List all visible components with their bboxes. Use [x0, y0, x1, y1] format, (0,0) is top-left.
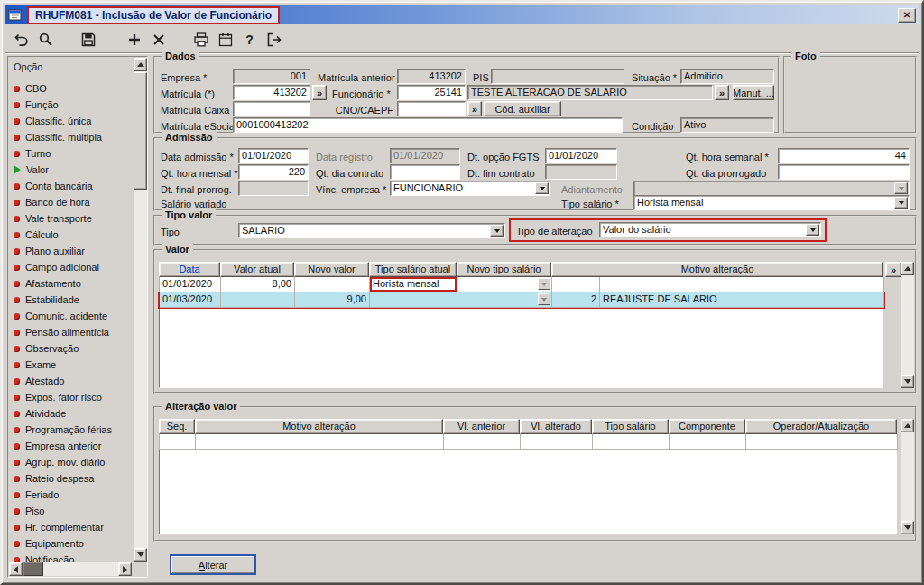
data-admissao-field[interactable]: 01/01/2020 — [238, 148, 309, 163]
cell-motivo-descricao[interactable] — [600, 277, 884, 292]
scroll-thumb[interactable] — [23, 562, 43, 576]
column-header-operador-atualizacao[interactable]: Operador/Atualização — [745, 419, 897, 434]
scroll-down-button[interactable] — [901, 375, 914, 388]
chevron-down-icon[interactable] — [894, 197, 908, 209]
add-button[interactable] — [124, 29, 144, 50]
column-header-novo-valor[interactable]: Novo valor — [294, 262, 369, 277]
valor-table-row-2-selected[interactable]: 01/03/2020 9,00 2 REAJUSTE DE SALARIO — [159, 292, 884, 308]
chevron-down-icon[interactable] — [535, 182, 549, 194]
alteracao-valor-vertical-scrollbar[interactable] — [901, 419, 914, 534]
sidebar-item-banco-de-hora[interactable]: Banco de hora — [10, 194, 133, 210]
cell-motivo-codigo[interactable]: 2 — [552, 292, 600, 308]
sidebar-item-funcao[interactable]: Função — [10, 97, 133, 113]
cell-data[interactable]: 01/03/2020 — [160, 292, 221, 308]
sidebar-item-empresa-anterior[interactable]: Empresa anterior — [10, 438, 133, 454]
sidebar-item-vale-transporte[interactable]: Vale transporte — [10, 210, 133, 227]
exit-button[interactable] — [263, 29, 284, 50]
scroll-left-button[interactable] — [9, 562, 23, 576]
column-header-motivo-alteracao[interactable]: Motivo alteração — [551, 262, 883, 277]
cell-tipo-salario-atual[interactable] — [370, 292, 457, 308]
calendar-button[interactable] — [215, 29, 236, 50]
chevron-down-icon[interactable] — [806, 224, 819, 236]
column-header-motivo-alteracao[interactable]: Motivo alteração — [195, 419, 443, 434]
sidebar-item-piso[interactable]: Piso — [10, 503, 133, 519]
undo-button[interactable] — [11, 29, 32, 50]
sidebar-item-turno[interactable]: Turno — [10, 145, 133, 162]
sidebar-item-observacao[interactable]: Observação — [10, 340, 133, 357]
qt-dia-prorrogado-field[interactable] — [778, 164, 910, 180]
qt-hora-semanal-field[interactable]: 44 — [778, 148, 910, 163]
sidebar-item-valor-selected[interactable]: Valor — [10, 162, 133, 178]
column-header-tipo-salario-atual[interactable]: Tipo salário atual — [369, 262, 457, 277]
sidebar-item-equipamento[interactable]: Equipamento — [10, 535, 133, 552]
scroll-right-button[interactable] — [118, 562, 132, 576]
funcionario-code-field[interactable]: 25141 — [397, 85, 466, 100]
cell-motivo-codigo[interactable] — [552, 277, 600, 292]
close-button[interactable]: ✕ — [898, 8, 916, 23]
sidebar-item-feriado[interactable]: Feriado — [10, 487, 133, 503]
scroll-thumb[interactable] — [134, 72, 147, 190]
sidebar-item-calculo[interactable]: Cálculo — [10, 227, 133, 243]
sidebar-item-atividade[interactable]: Atividade — [10, 405, 133, 422]
column-header-vl-alterado[interactable]: Vl. alterado — [520, 419, 592, 434]
sidebar-item-comunic-acidente[interactable]: Comunic. acidente — [10, 308, 133, 324]
qt-dia-contrato-field[interactable] — [390, 164, 460, 180]
valor-table-row-1[interactable]: 01/01/2020 8,00 Horista mensal — [159, 277, 884, 292]
sidebar-item-estabilidade[interactable]: Estabilidade — [10, 292, 133, 308]
chevron-down-icon[interactable] — [538, 278, 550, 290]
matricula-caixa-field[interactable] — [233, 101, 310, 116]
print-button[interactable] — [190, 29, 211, 50]
cell-valor-atual[interactable] — [221, 292, 295, 308]
sidebar-vertical-scrollbar[interactable] — [134, 58, 147, 562]
matricula-field[interactable]: 413202 — [233, 85, 310, 100]
scroll-down-button[interactable] — [901, 521, 914, 534]
delete-button[interactable] — [148, 29, 169, 50]
scroll-down-button[interactable] — [134, 548, 147, 562]
matricula-lookup-button[interactable]: » — [312, 85, 327, 100]
column-header-vl-anterior[interactable]: Vl. anterior — [443, 419, 520, 434]
manut-button[interactable]: Manut. ... — [733, 85, 774, 100]
chevron-down-icon[interactable] — [490, 225, 504, 237]
sidebar-item-expos-fator-risco[interactable]: Expos. fator risco — [10, 389, 133, 405]
valor-lookup-button[interactable]: » — [885, 262, 901, 277]
funcionario-lookup-button[interactable]: » — [715, 85, 729, 100]
dt-opcao-fgts-field[interactable]: 01/01/2020 — [545, 148, 617, 163]
sidebar-item-rateio-despesa[interactable]: Rateio despesa — [10, 470, 133, 487]
scroll-up-button[interactable] — [134, 58, 147, 71]
sidebar-item-programacao-ferias[interactable]: Programação férias — [10, 422, 133, 438]
column-header-componente[interactable]: Componente — [669, 419, 745, 434]
cell-novo-valor[interactable] — [295, 277, 370, 292]
sidebar-item-cbo[interactable]: CBO — [10, 80, 133, 97]
scroll-up-button[interactable] — [901, 419, 914, 432]
cell-novo-valor[interactable]: 9,00 — [295, 292, 370, 308]
column-header-data[interactable]: Data — [159, 262, 220, 277]
sidebar-item-atestado[interactable]: Atestado — [10, 373, 133, 389]
search-button[interactable] — [35, 29, 56, 50]
sidebar-horizontal-scrollbar[interactable] — [9, 562, 132, 576]
cell-tipo-salario-atual-highlighted[interactable]: Horista mensal — [370, 277, 457, 292]
sidebar-item-classific-multipla[interactable]: Classific. múltipla — [10, 129, 133, 145]
column-header-valor-atual[interactable]: Valor atual — [220, 262, 294, 277]
column-header-novo-tipo-salario[interactable]: Novo tipo salário — [457, 262, 551, 277]
save-button[interactable] — [78, 29, 98, 50]
sidebar-item-hr-complementar[interactable]: Hr. complementar — [10, 519, 133, 535]
sidebar-item-pensao-alimenticia[interactable]: Pensão alimentícia — [10, 324, 133, 340]
sidebar-item-campo-adicional[interactable]: Campo adicional — [10, 259, 133, 275]
tipo-salario-dropdown[interactable]: Horista mensal — [633, 195, 910, 210]
sidebar-item-notificacao[interactable]: Notificação — [10, 552, 133, 562]
scroll-up-button[interactable] — [901, 262, 914, 275]
sidebar-item-conta-bancaria[interactable]: Conta bancária — [10, 178, 133, 194]
cell-valor-atual[interactable]: 8,00 — [221, 277, 295, 292]
title-bar[interactable]: RHUFM081 - Inclusão de Valor de Funcioná… — [5, 5, 919, 24]
cell-novo-tipo-salario[interactable] — [457, 277, 552, 292]
cno-lookup-button[interactable]: » — [467, 101, 482, 116]
chevron-down-icon[interactable] — [538, 293, 550, 305]
sidebar-item-exame[interactable]: Exame — [10, 357, 133, 373]
qt-hora-mensal-field[interactable]: 220 — [238, 164, 309, 180]
tipo-dropdown[interactable]: SALARIO — [238, 223, 505, 238]
cno-caepf-field[interactable] — [397, 101, 466, 116]
sidebar-item-afastamento[interactable]: Afastamento — [10, 275, 133, 292]
cod-auxiliar-button[interactable]: Cód. auxiliar — [484, 101, 561, 116]
tipo-alteracao-dropdown[interactable]: Valor do salário — [599, 222, 821, 237]
sidebar-item-plano-auxiliar[interactable]: Plano auxiliar — [10, 243, 133, 259]
